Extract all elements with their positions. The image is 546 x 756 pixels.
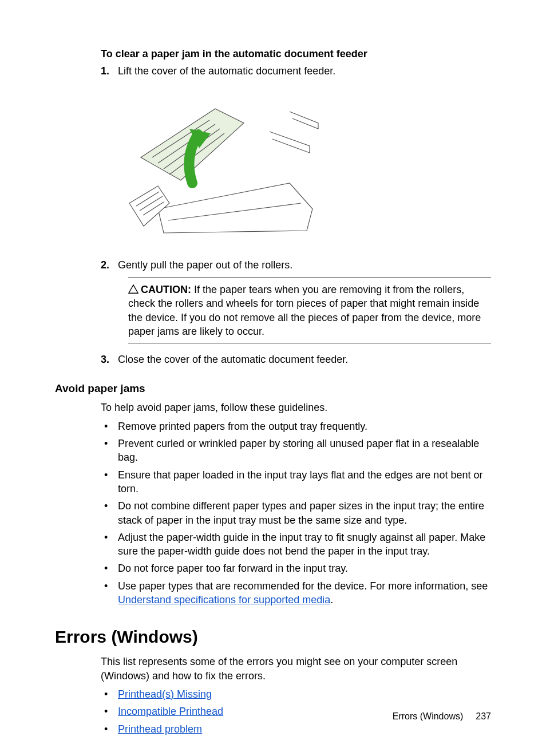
list-item: •Prevent curled or wrinkled paper by sto… <box>101 437 491 465</box>
footer-section-label: Errors (Windows) <box>393 711 464 721</box>
bullet-icon: • <box>101 499 118 527</box>
step-3: 3. Close the cover of the automatic docu… <box>101 353 491 366</box>
adf-lift-cover-illustration <box>118 89 324 238</box>
page-footer: Errors (Windows)237 <box>393 711 491 722</box>
bullet-icon: • <box>101 561 118 575</box>
step-body: Gently pull the paper out of the rollers… <box>118 258 491 349</box>
bullet-icon: • <box>101 419 118 433</box>
step-number: 1. <box>101 64 118 254</box>
list-text: Do not combine different paper types and… <box>118 499 491 527</box>
svg-marker-12 <box>129 285 138 293</box>
avoid-intro: To help avoid paper jams, follow these g… <box>101 401 491 414</box>
document-page: To clear a paper jam in the automatic do… <box>0 0 546 756</box>
caution-label: CAUTION: <box>141 284 191 295</box>
step-text: Gently pull the paper out of the rollers… <box>118 259 292 271</box>
link-printhead-problem[interactable]: Printhead problem <box>118 723 202 735</box>
list-item: •Remove printed papers from the output t… <box>101 419 491 433</box>
list-item: •Use paper types that are recommended fo… <box>101 579 491 607</box>
list-text: Remove printed papers from the output tr… <box>118 419 491 433</box>
bullet-icon: • <box>101 437 118 465</box>
step-text: Close the cover of the automatic documen… <box>118 354 348 365</box>
step-1: 1. Lift the cover of the automatic docum… <box>101 64 491 254</box>
link-printhead-missing[interactable]: Printhead(s) Missing <box>118 688 212 700</box>
section-errors: This list represents some of the errors … <box>101 655 491 735</box>
section-avoid-heading: Avoid paper jams <box>55 382 491 395</box>
step-number: 3. <box>101 353 118 366</box>
link-incompatible-printhead[interactable]: Incompatible Printhead <box>118 706 223 717</box>
list-item: •Printhead(s) Missing <box>101 687 491 701</box>
step-body: Lift the cover of the automatic document… <box>118 64 491 254</box>
list-item: •Printhead problem <box>101 722 491 736</box>
printer-illustration-svg <box>118 89 324 238</box>
step-text: Lift the cover of the automatic document… <box>118 65 335 77</box>
avoid-guidelines-list: •Remove printed papers from the output t… <box>101 419 491 607</box>
caution-triangle-icon <box>128 284 139 294</box>
list-item: •Do not combine different paper types an… <box>101 499 491 527</box>
bullet-icon: • <box>101 468 118 496</box>
section-clear-jam: To clear a paper jam in the automatic do… <box>101 48 491 366</box>
section-avoid: To help avoid paper jams, follow these g… <box>101 401 491 607</box>
steps-list: 1. Lift the cover of the automatic docum… <box>101 64 491 366</box>
errors-intro: This list represents some of the errors … <box>101 655 491 683</box>
bullet-icon: • <box>101 531 118 559</box>
list-text: Adjust the paper-width guide in the inpu… <box>118 531 491 559</box>
section-errors-heading: Errors (Windows) <box>55 627 491 647</box>
footer-page-number: 237 <box>476 711 491 721</box>
list-item: •Ensure that paper loaded in the input t… <box>101 468 491 496</box>
section-title: To clear a paper jam in the automatic do… <box>101 48 491 61</box>
bullet-icon: • <box>101 687 118 701</box>
list-item: •Do not force paper too far forward in t… <box>101 561 491 575</box>
link-supported-media[interactable]: Understand specifications for supported … <box>118 594 330 605</box>
list-item: •Adjust the paper-width guide in the inp… <box>101 531 491 559</box>
svg-marker-0 <box>158 183 312 233</box>
list-text: Use paper types that are recommended for… <box>118 579 491 607</box>
list-text: Prevent curled or wrinkled paper by stor… <box>118 437 491 465</box>
list-text: Do not force paper too far forward in th… <box>118 561 491 575</box>
bullet-icon: • <box>101 722 118 736</box>
list-text: Ensure that paper loaded in the input tr… <box>118 468 491 496</box>
bullet-icon: • <box>101 704 118 718</box>
caution-box: CAUTION: If the paper tears when you are… <box>128 278 491 343</box>
step-2: 2. Gently pull the paper out of the roll… <box>101 258 491 349</box>
step-number: 2. <box>101 258 118 349</box>
bullet-icon: • <box>101 579 118 607</box>
step-body: Close the cover of the automatic documen… <box>118 353 491 366</box>
